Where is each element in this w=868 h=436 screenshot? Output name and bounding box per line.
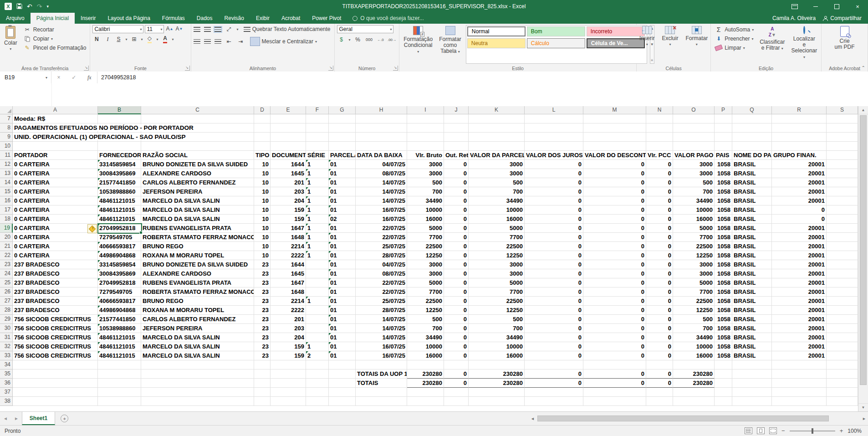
cell-I28[interactable]: 12250 [407, 306, 444, 315]
cell-N34[interactable] [646, 360, 673, 369]
cell-L14[interactable]: 0 [525, 178, 583, 187]
cell-G16[interactable]: 01 [329, 196, 356, 205]
cell-O16[interactable]: 34490 [673, 196, 715, 205]
increase-indent-icon[interactable]: ⇥ [237, 38, 245, 45]
cell-A25[interactable]: 237 BRADESCO [13, 278, 98, 287]
qat-customize-icon[interactable]: ▾ [46, 3, 49, 10]
row-header-15[interactable]: 15 [0, 187, 13, 196]
cell-A24[interactable]: 237 BRADESCO [13, 269, 98, 278]
cell-R29[interactable]: 20001 [772, 315, 827, 324]
cell-C37[interactable] [141, 388, 254, 397]
cell-S23[interactable] [827, 260, 858, 269]
cell-Q22[interactable]: BRASIL [732, 251, 772, 260]
select-all-corner[interactable] [0, 106, 13, 114]
cell-G9[interactable] [329, 133, 356, 142]
clipboard-dialog-launcher[interactable]: ↘ [84, 66, 89, 71]
cell-M23[interactable]: 0 [583, 260, 646, 269]
cell-B11[interactable]: FORNECEDOR [98, 151, 141, 160]
cell-E20[interactable]: 1648 [271, 233, 306, 242]
cell-M37[interactable] [583, 388, 646, 397]
tab-inserir[interactable]: Inserir [75, 13, 102, 24]
cell-N31[interactable]: 0 [646, 333, 673, 342]
cell-J22[interactable]: 0 [444, 251, 469, 260]
cell-N18[interactable]: 0 [646, 215, 673, 224]
cell-L35[interactable]: 0 [525, 369, 583, 379]
cell-I18[interactable]: 16000 [407, 215, 444, 224]
cell-L11[interactable]: VALOR DOS JUROS [525, 151, 583, 160]
cell-F34[interactable] [306, 360, 329, 369]
ribbon-display-options-icon[interactable] [784, 0, 805, 13]
cell-I23[interactable]: 3000 [407, 260, 444, 269]
cell-I36[interactable]: 230280 [407, 379, 444, 388]
cell-J16[interactable]: 0 [444, 196, 469, 205]
cell-D27[interactable]: 23 [254, 297, 271, 306]
cell-M24[interactable]: 0 [583, 269, 646, 278]
cell-R28[interactable]: 20001 [772, 306, 827, 315]
cell-O20[interactable]: 7700 [673, 233, 715, 242]
cell-S30[interactable] [827, 324, 858, 333]
cell-Q17[interactable]: BRASIL [732, 205, 772, 215]
cell-J9[interactable] [444, 133, 469, 142]
cell-D25[interactable]: 23 [254, 278, 271, 287]
cell-I31[interactable]: 34490 [407, 333, 444, 342]
cell-I37[interactable] [407, 388, 444, 397]
cell-Q16[interactable]: BRASIL [732, 196, 772, 205]
cell-F28[interactable] [306, 306, 329, 315]
cell-O22[interactable]: 12250 [673, 251, 715, 260]
cut-button[interactable]: ✂Recortar [22, 25, 88, 34]
cell-M38[interactable] [583, 397, 646, 406]
cell-M10[interactable] [583, 142, 646, 151]
cell-M27[interactable]: 0 [583, 297, 646, 306]
cell-P28[interactable]: 1058 [715, 306, 732, 315]
cell-I30[interactable]: 700 [407, 324, 444, 333]
cell-S8[interactable] [827, 123, 858, 133]
cell-L24[interactable]: 0 [525, 269, 583, 278]
col-header-C[interactable]: C [141, 106, 254, 114]
cell-G35[interactable] [329, 369, 356, 379]
cell-L29[interactable]: 0 [525, 315, 583, 324]
cell-S36[interactable] [827, 379, 858, 388]
cell-E36[interactable] [271, 379, 306, 388]
col-header-A[interactable]: A [13, 106, 98, 114]
font-family-combo[interactable]: Calibri▾ [92, 25, 143, 33]
cell-M18[interactable]: 0 [583, 215, 646, 224]
cell-E11[interactable]: DOCUMENTO [271, 151, 306, 160]
cell-H21[interactable]: 25/07/25 [356, 242, 407, 251]
cell-P11[interactable]: PAIS [715, 151, 732, 160]
cell-F36[interactable] [306, 379, 329, 388]
cell-D15[interactable]: 10 [254, 187, 271, 196]
cell-K16[interactable]: 34490 [469, 196, 525, 205]
cell-H23[interactable]: 04/07/25 [356, 260, 407, 269]
fill-color-icon[interactable]: ◇ [145, 36, 153, 43]
cell-N7[interactable] [646, 114, 673, 123]
cell-Q30[interactable]: BRASIL [732, 324, 772, 333]
cell-D16[interactable]: 10 [254, 196, 271, 205]
col-header-N[interactable]: N [646, 106, 673, 114]
cell-R19[interactable]: 20001 [772, 224, 827, 233]
cell-S15[interactable] [827, 187, 858, 196]
cell-J38[interactable] [444, 397, 469, 406]
cell-Q13[interactable]: BRASIL [732, 169, 772, 178]
cell-M22[interactable]: 0 [583, 251, 646, 260]
cell-N19[interactable]: 0 [646, 224, 673, 233]
cell-H17[interactable]: 16/07/25 [356, 205, 407, 215]
cell-E15[interactable]: 203 [271, 187, 306, 196]
cell-R13[interactable]: 20001 [772, 169, 827, 178]
row-header-16[interactable]: 16 [0, 196, 13, 205]
cell-A38[interactable] [13, 397, 98, 406]
cell-G25[interactable]: 01 [329, 278, 356, 287]
cell-M35[interactable]: 0 [583, 369, 646, 379]
cell-S33[interactable] [827, 351, 858, 360]
cell-C19[interactable]: RUBENS EVANGELISTA PRATA [141, 224, 254, 233]
cell-M28[interactable]: 0 [583, 306, 646, 315]
cell-N9[interactable] [646, 133, 673, 142]
cell-Q34[interactable] [732, 360, 772, 369]
cell-K36[interactable]: 230280 [469, 379, 525, 388]
cell-F19[interactable]: 1 [306, 224, 329, 233]
cell-P30[interactable]: 1058 [715, 324, 732, 333]
cell-M15[interactable]: 0 [583, 187, 646, 196]
page-layout-view-icon[interactable] [757, 427, 765, 434]
cell-E8[interactable] [271, 123, 306, 133]
cell-O27[interactable]: 22500 [673, 297, 715, 306]
cell-Q20[interactable]: BRASIL [732, 233, 772, 242]
